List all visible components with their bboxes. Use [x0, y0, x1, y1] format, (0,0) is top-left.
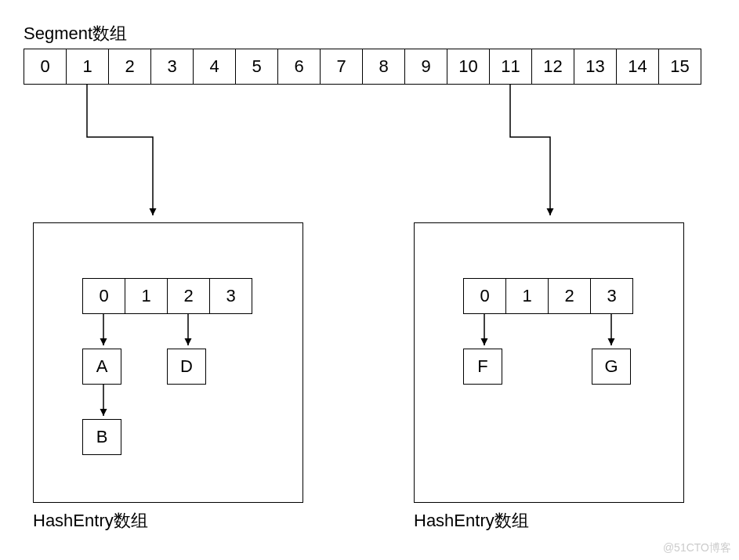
- segment-cell: 3: [150, 49, 194, 85]
- segment-cell: 13: [574, 49, 617, 85]
- segment-cell: 12: [531, 49, 574, 85]
- segment-cell: 9: [404, 49, 447, 85]
- segment-cell: 15: [658, 49, 701, 85]
- node-d: D: [167, 349, 206, 385]
- segment-cell: 6: [277, 49, 321, 85]
- hashentry-label-left: HashEntry数组: [33, 509, 148, 533]
- watermark: @51CTO博客: [663, 541, 731, 555]
- hashentry-cell: 1: [505, 278, 549, 314]
- node-g: G: [592, 349, 631, 385]
- hashentry-cell: 0: [82, 278, 125, 314]
- hashentry-cell: 1: [125, 278, 168, 314]
- segment-cell: 8: [362, 49, 405, 85]
- segment-cell: 5: [235, 49, 278, 85]
- node-b: B: [82, 419, 121, 455]
- hashentry-cell: 3: [209, 278, 252, 314]
- segment-cell: 14: [616, 49, 659, 85]
- hashentry-cell: 3: [590, 278, 633, 314]
- segment-cell: 10: [447, 49, 490, 85]
- hashentry-box-right: 0 1 2 3 F G: [414, 222, 684, 503]
- segment-cell: 0: [24, 49, 67, 85]
- hashentry-array-left: 0 1 2 3: [82, 278, 252, 314]
- segment-cell: 2: [108, 49, 151, 85]
- segment-cell: 7: [320, 49, 363, 85]
- hashentry-cell: 2: [167, 278, 210, 314]
- segment-cell: 11: [489, 49, 532, 85]
- hashentry-box-left: 0 1 2 3 A B D: [33, 222, 303, 503]
- hashentry-label-right: HashEntry数组: [414, 509, 529, 533]
- segment-array-title: Segment数组: [24, 22, 127, 45]
- segment-array: 0 1 2 3 4 5 6 7 8 9 10 11 12 13 14 15: [24, 49, 701, 85]
- segment-cell: 4: [193, 49, 236, 85]
- hashentry-array-right: 0 1 2 3: [463, 278, 633, 314]
- node-a: A: [82, 349, 121, 385]
- segment-cell: 1: [66, 49, 109, 85]
- hashentry-cell: 0: [463, 278, 506, 314]
- node-f: F: [463, 349, 502, 385]
- hashentry-cell: 2: [548, 278, 591, 314]
- chain-arrows-right: [415, 223, 685, 504]
